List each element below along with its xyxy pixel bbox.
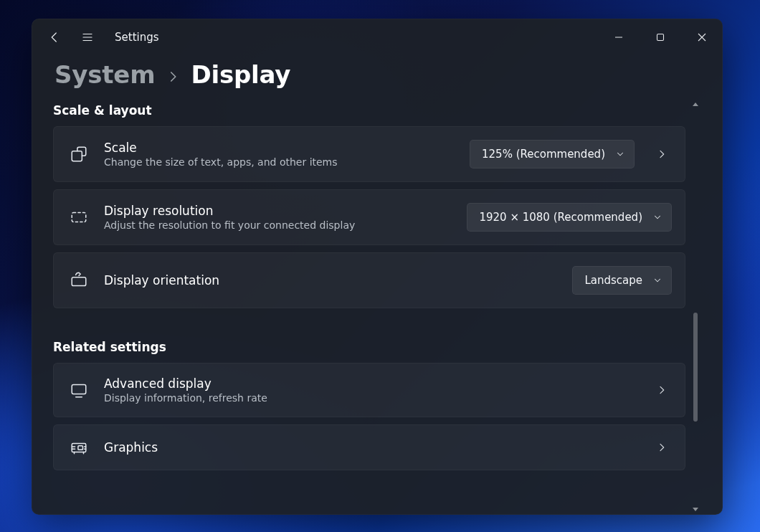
- setting-text: Graphics: [104, 440, 635, 455]
- setting-title: Advanced display: [104, 376, 635, 391]
- chevron-down-icon: [652, 275, 662, 285]
- svg-rect-6: [72, 444, 86, 452]
- svg-rect-1: [657, 34, 664, 41]
- svg-rect-7: [78, 446, 83, 450]
- setting-subtitle: Adjust the resolution to fit your connec…: [104, 219, 454, 231]
- setting-row-advanced-display[interactable]: Advanced display Display information, re…: [53, 363, 685, 417]
- chevron-right-icon: [166, 70, 179, 83]
- breadcrumb-current: Display: [191, 60, 290, 89]
- section-heading-related: Related settings: [53, 340, 685, 354]
- setting-title: Display orientation: [104, 273, 559, 288]
- close-button[interactable]: [681, 19, 723, 56]
- breadcrumb: System Display: [53, 56, 701, 99]
- graphics-icon: [67, 438, 91, 457]
- dropdown-value: Landscape: [584, 274, 642, 287]
- setting-text: Advanced display Display information, re…: [104, 376, 635, 404]
- hamburger-button[interactable]: [75, 24, 100, 50]
- titlebar: Settings: [32, 19, 723, 56]
- resolution-icon: [67, 208, 91, 227]
- setting-row-resolution[interactable]: Display resolution Adjust the resolution…: [53, 189, 685, 245]
- scroll-region: Scale & layout Scale Change the size of …: [53, 99, 701, 515]
- chevron-right-icon: [652, 384, 672, 396]
- orientation-icon: [67, 271, 91, 290]
- dropdown-value: 1920 × 1080 (Recommended): [479, 211, 642, 224]
- monitor-icon: [67, 381, 91, 399]
- scale-icon: [67, 145, 91, 163]
- back-button[interactable]: [42, 24, 67, 50]
- dropdown-value: 125% (Recommended): [482, 148, 605, 161]
- scrollbar-up-icon[interactable]: [690, 99, 701, 110]
- setting-title: Scale: [104, 141, 457, 155]
- scrollbar[interactable]: [690, 99, 701, 515]
- chevron-down-icon: [615, 149, 625, 159]
- breadcrumb-parent[interactable]: System: [54, 60, 155, 89]
- orientation-dropdown[interactable]: Landscape: [572, 266, 672, 295]
- content-area: System Display Scale & layout Sca: [32, 56, 723, 515]
- chevron-right-icon: [652, 148, 672, 160]
- scrollbar-thumb[interactable]: [693, 313, 698, 422]
- setting-row-scale[interactable]: Scale Change the size of text, apps, and…: [53, 126, 685, 182]
- svg-rect-3: [72, 213, 86, 222]
- svg-rect-2: [72, 151, 82, 161]
- setting-row-graphics[interactable]: Graphics: [53, 424, 685, 470]
- svg-rect-0: [615, 37, 622, 38]
- setting-text: Display orientation: [104, 273, 559, 288]
- setting-subtitle: Change the size of text, apps, and other…: [104, 156, 457, 168]
- chevron-right-icon: [652, 442, 672, 453]
- svg-rect-4: [72, 277, 86, 286]
- resolution-dropdown[interactable]: 1920 × 1080 (Recommended): [467, 203, 672, 232]
- window-title: Settings: [115, 31, 159, 44]
- scale-dropdown[interactable]: 125% (Recommended): [470, 140, 635, 168]
- maximize-button[interactable]: [640, 19, 681, 56]
- settings-list: Scale & layout Scale Change the size of …: [53, 99, 690, 515]
- setting-title: Display resolution: [104, 204, 454, 218]
- svg-rect-5: [72, 384, 86, 394]
- minimize-button[interactable]: [598, 19, 640, 56]
- setting-row-orientation[interactable]: Display orientation Landscape: [53, 252, 685, 308]
- scrollbar-down-icon[interactable]: [690, 503, 701, 515]
- setting-text: Scale Change the size of text, apps, and…: [104, 141, 457, 168]
- section-heading-scale-layout: Scale & layout: [53, 103, 685, 118]
- setting-title: Graphics: [104, 440, 635, 455]
- window-controls: [598, 19, 723, 56]
- settings-window: Settings System Display Scale & layout: [32, 19, 723, 515]
- setting-subtitle: Display information, refresh rate: [104, 392, 635, 404]
- chevron-down-icon: [652, 212, 662, 222]
- setting-text: Display resolution Adjust the resolution…: [104, 204, 454, 231]
